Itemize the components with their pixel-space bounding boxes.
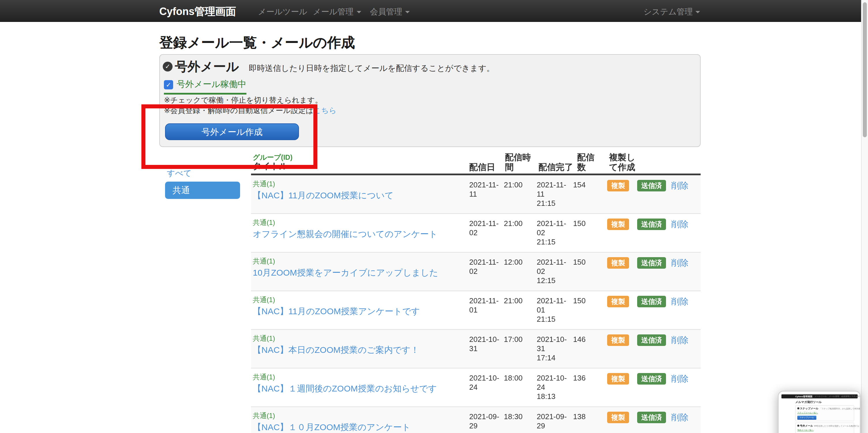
cell-actions: 複製 送信済 削除 [599, 368, 688, 406]
caret-down-icon [356, 11, 361, 13]
cell-actions: 複製 送信済 削除 [599, 291, 688, 329]
mail-title-link[interactable]: 【NAC】１０月ZOOM授業のアンケート [253, 422, 469, 433]
cell-title: 共通(1) 【NAC】11月のZOOM授業アンケートです [251, 291, 469, 329]
copy-badge[interactable]: 複製 [607, 180, 629, 192]
cell-title: 共通(1) 【NAC】１０月ZOOM授業のアンケート [251, 407, 469, 433]
cell-time: 12:00 [504, 253, 537, 291]
cell-time: 21:00 [504, 214, 537, 252]
row-group-label: 共通(1) [253, 335, 469, 342]
cell-time: 18:30 [504, 407, 537, 433]
mail-title-link[interactable]: 【NAC】１週間後のZOOM授業のお知らせです [253, 384, 469, 394]
cell-time: 21:00 [504, 175, 537, 213]
thumbnail-nav-right: システム管理 [849, 395, 861, 398]
delete-link[interactable]: 削除 [671, 296, 688, 307]
nav-item-mail-manage[interactable]: メール管理 [313, 7, 361, 17]
copy-badge[interactable]: 複製 [607, 412, 629, 423]
check-circle-icon: ✓ [163, 62, 173, 71]
cell-count: 150 [573, 253, 599, 291]
mail-title-link[interactable]: 【NAC】本日のZOOM授業のご案内です！ [253, 345, 469, 356]
thumbnail-panel-extra-mail: 号外メール即時送信したり日時を指定してメールを配信することができます。 号外メー… [795, 423, 854, 433]
screenshot-preview-thumbnail[interactable]: Cyfons管理画面 メールツール メール管理 会員管理 システム管理 メルマガ… [778, 391, 861, 433]
table-body: 共通(1) 【NAC】11月のZOOM授業について 2021-11- 11 21… [251, 175, 701, 433]
delete-link[interactable]: 削除 [671, 219, 688, 230]
thumbnail-panel-heading-text: ステップメール [800, 407, 818, 410]
thumbnail-panel-heading: 号外メール即時送信したり日時を指定してメールを配信することができます。 [797, 424, 852, 428]
active-checkbox-label[interactable]: 号外メール稼働中 [177, 79, 246, 90]
note-autoreply: ※会員登録・解除時の自動返信メール設定はこちら [164, 105, 337, 116]
cell-actions: 複製 送信済 削除 [599, 253, 688, 291]
table-row: 共通(1) 【NAC】本日のZOOM授業のご案内です！ 2021-10- 31 … [251, 330, 701, 368]
delete-link[interactable]: 削除 [671, 334, 688, 346]
cell-count: 154 [573, 175, 599, 213]
mail-title-link[interactable]: 【NAC】11月のZOOM授業アンケートです [253, 306, 469, 317]
copy-badge[interactable]: 複製 [607, 373, 629, 385]
thumbnail-panel-desc: 「ステップ配信基準日」から起算して何日後に配信といった感じに事前にメールを登録す… [819, 408, 861, 410]
thumbnail-nav-items: メールツール メール管理 会員管理 [815, 395, 849, 398]
active-checkbox[interactable]: ✓ [164, 80, 173, 89]
cell-count: 150 [573, 214, 599, 252]
thumbnail-page-title: メルマガ発行ツール [795, 400, 858, 404]
header-title: タイトル [253, 161, 288, 172]
mail-title-link[interactable]: 10月ZOOM授業をアーカイブにアップしました [253, 268, 469, 278]
copy-badge[interactable]: 複製 [607, 257, 629, 269]
cell-done: 2021-10- 24 18:13 [537, 368, 573, 406]
nav-item-system-manage[interactable]: システム管理 [644, 7, 700, 17]
scrollbar-track[interactable] [861, 0, 868, 433]
cell-done: 2021-11- 01 21:15 [537, 291, 573, 329]
row-group-label: 共通(1) [253, 412, 469, 420]
delete-link[interactable]: 削除 [671, 257, 688, 269]
thumbnail-panel-heading: ステップメール「ステップ配信基準日」から起算して何日後に配信といった感じに事前に… [797, 407, 852, 410]
table-row: 共通(1) 10月ZOOM授業をアーカイブにアップしました 2021-11- 0… [251, 253, 701, 291]
cell-done: 2021-09- 29 [537, 407, 573, 433]
copy-badge[interactable]: 複製 [607, 219, 629, 230]
autoreply-settings-link[interactable]: こちら [313, 106, 337, 115]
row-group-label: 共通(1) [253, 374, 469, 381]
cell-count: 138 [573, 407, 599, 433]
nav-item-mail-tools[interactable]: メールツール [258, 7, 307, 17]
cell-date: 2021-09- 29 [469, 407, 504, 433]
cell-title: 共通(1) 【NAC】本日のZOOM授業のご案内です！ [251, 330, 469, 368]
check-circle-icon [797, 407, 799, 409]
nav-item-system-manage-label: システム管理 [644, 7, 693, 16]
row-group-label: 共通(1) [253, 180, 469, 188]
row-group-label: 共通(1) [253, 219, 469, 227]
filter-all-link[interactable]: すべて [167, 168, 192, 179]
create-extra-mail-button[interactable]: 号外メール作成 [165, 123, 299, 140]
filter-group-selected[interactable]: 共通 [165, 181, 240, 199]
cell-time: 17:00 [504, 330, 537, 368]
table-row: 共通(1) 【NAC】11月のZOOM授業について 2021-11- 11 21… [251, 175, 701, 214]
thumbnail-link: ステップメール一覧へ [797, 411, 852, 414]
panel-heading: 号外メール [175, 58, 239, 75]
caret-down-icon [405, 11, 410, 13]
cell-actions: 複製 送信済 削除 [599, 330, 688, 368]
cell-time: 21:00 [504, 291, 537, 329]
cell-date: 2021-11- 11 [469, 175, 504, 213]
copy-badge[interactable]: 複製 [607, 296, 629, 307]
copy-badge[interactable]: 複製 [607, 334, 629, 346]
table-row: 共通(1) 【NAC】１週間後のZOOM授業のお知らせです 2021-10- 2… [251, 368, 701, 407]
cell-date: 2021-11- 01 [469, 291, 504, 329]
thumbnail-mini-page: Cyfons管理画面 メールツール メール管理 会員管理 システム管理 メルマガ… [781, 394, 858, 433]
brand-logo[interactable]: Cyfons管理画面 [159, 5, 236, 19]
delete-link[interactable]: 削除 [671, 412, 688, 423]
scrollbar-thumb[interactable] [863, 2, 867, 137]
top-navbar: Cyfons管理画面 メールツール メール管理 会員管理 システム管理 [0, 0, 861, 22]
thumbnail-link: 号外メール一覧へ [797, 429, 852, 432]
sent-status-badge: 送信済 [637, 412, 666, 423]
mail-title-link[interactable]: 【NAC】11月のZOOM授業について [253, 190, 469, 201]
note-autoreply-text: ※会員登録・解除時の自動返信メール設定は [164, 106, 313, 115]
caret-down-icon [696, 11, 700, 13]
nav-item-member-manage[interactable]: 会員管理 [370, 7, 410, 17]
cell-count: 146 [573, 330, 599, 368]
cell-date: 2021-10- 24 [469, 368, 504, 406]
delete-link[interactable]: 削除 [671, 180, 688, 192]
thumbnail-panel-desc: 即時送信したり日時を指定してメールを配信することができます。 [814, 425, 861, 427]
check-circle-icon [797, 425, 799, 427]
cell-title: 共通(1) 10月ZOOM授業をアーカイブにアップしました [251, 253, 469, 291]
mail-title-link[interactable]: オフライン懇親会の開催についてのアンケート [253, 229, 469, 240]
cell-time: 18:00 [504, 368, 537, 406]
table-row: 共通(1) オフライン懇親会の開催についてのアンケート 2021-11- 02 … [251, 214, 701, 253]
thumbnail-panel-step-mail: ステップメール「ステップ配信基準日」から起算して何日後に配信といった感じに事前に… [795, 405, 854, 421]
delete-link[interactable]: 削除 [671, 373, 688, 385]
sent-status-badge: 送信済 [637, 219, 666, 230]
